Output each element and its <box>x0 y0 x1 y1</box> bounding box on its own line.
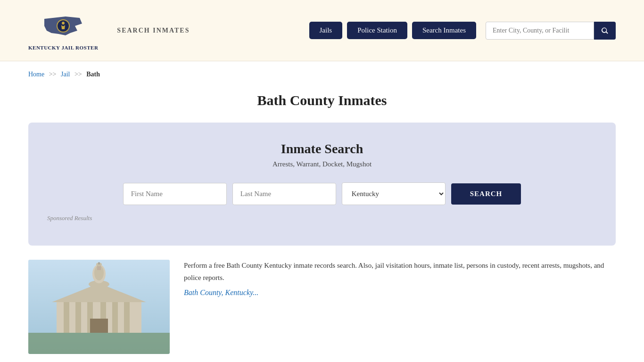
page-title: Bath County Inmates <box>28 92 616 108</box>
courthouse-svg <box>28 260 170 354</box>
site-title[interactable]: SEARCH INMATES <box>117 27 190 34</box>
jails-button[interactable]: Jails <box>309 22 343 39</box>
site-header: KENTUCKY JAIL ROSTER SEARCH INMATES Jail… <box>0 0 644 61</box>
header-search-input[interactable] <box>486 22 594 40</box>
logo-area: KENTUCKY JAIL ROSTER <box>28 9 98 51</box>
svg-rect-4 <box>28 333 170 354</box>
police-station-button[interactable]: Police Station <box>347 22 407 39</box>
courthouse-image <box>28 260 170 354</box>
breadcrumb: Home >> Jail >> Bath <box>28 71 616 78</box>
svg-point-2 <box>62 22 65 25</box>
search-submit-button[interactable]: SEARCH <box>451 183 521 205</box>
inmate-search-box: Inmate Search Arrests, Warrant, Docket, … <box>28 123 616 246</box>
page-title-area: Bath County Inmates <box>0 83 644 123</box>
breadcrumb-current: Bath <box>86 71 100 78</box>
first-name-input[interactable] <box>123 183 227 205</box>
svg-rect-12 <box>124 302 130 333</box>
svg-rect-11 <box>112 302 118 333</box>
search-inmates-button[interactable]: Search Inmates <box>412 22 476 39</box>
search-box-subtitle: Arrests, Warrant, Docket, Mugshot <box>47 160 597 168</box>
svg-rect-7 <box>64 302 69 333</box>
svg-rect-13 <box>90 319 108 333</box>
state-select[interactable]: Kentucky Alabama Alaska Arizona Arkansas… <box>342 182 446 205</box>
breadcrumb-home[interactable]: Home <box>28 71 44 78</box>
sponsored-label: Sponsored Results <box>47 214 597 222</box>
header-search-bar <box>486 22 616 40</box>
logo-text: KENTUCKY JAIL ROSTER <box>28 44 98 51</box>
breadcrumb-jail[interactable]: Jail <box>61 71 70 78</box>
search-icon <box>601 26 609 35</box>
breadcrumb-area: Home >> Jail >> Bath <box>0 61 644 83</box>
header-nav: Jails Police Station Search Inmates <box>309 22 616 40</box>
svg-rect-8 <box>75 302 81 333</box>
breadcrumb-sep1: >> <box>49 71 57 78</box>
content-area: Perform a free Bath County Kentucky inma… <box>0 246 644 362</box>
content-link[interactable]: Bath County, Kentucky... <box>184 288 258 296</box>
search-box-title: Inmate Search <box>47 141 597 156</box>
logo-image <box>42 9 84 42</box>
content-text: Perform a free Bath County Kentucky inma… <box>184 260 616 297</box>
breadcrumb-sep2: >> <box>74 71 82 78</box>
last-name-input[interactable] <box>232 183 336 205</box>
content-description: Perform a free Bath County Kentucky inma… <box>184 260 616 284</box>
header-search-button[interactable] <box>594 22 616 40</box>
search-form: Kentucky Alabama Alaska Arizona Arkansas… <box>47 182 597 205</box>
